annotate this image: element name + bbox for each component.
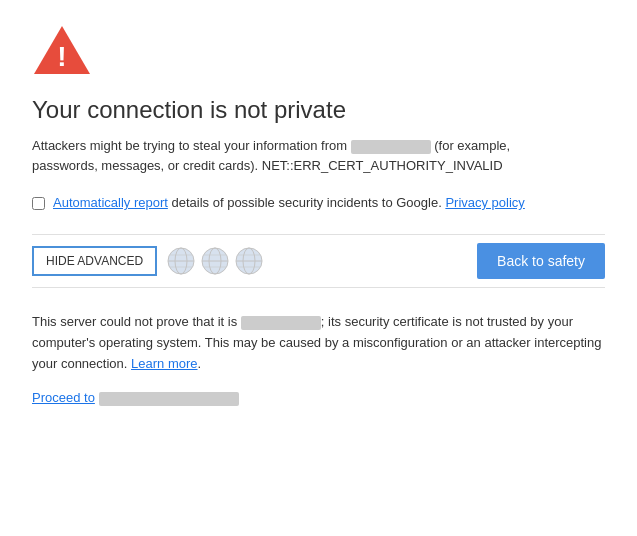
auto-report-link[interactable]: Automatically report — [53, 195, 168, 210]
left-buttons: HIDE ADVANCED — [32, 245, 265, 277]
domain-redacted — [351, 140, 431, 154]
warning-icon-container: ! — [32, 24, 605, 80]
checkbox-label: Automatically report details of possible… — [53, 195, 525, 210]
globe-icons-decoration — [165, 245, 265, 277]
description-line1-end: (for example, — [431, 138, 510, 153]
warning-icon: ! — [32, 24, 92, 76]
learn-more-link[interactable]: Learn more — [131, 356, 197, 371]
back-to-safety-button[interactable]: Back to safety — [477, 243, 605, 279]
buttons-row: HIDE ADVANCED — [32, 234, 605, 288]
checkbox-row: Automatically report details of possible… — [32, 195, 605, 210]
globe-icon-2 — [199, 245, 231, 277]
advanced-section-text: This server could not prove that it is ;… — [32, 312, 605, 374]
domain-redacted-2 — [241, 316, 321, 330]
proceed-domain-redacted — [99, 392, 239, 406]
globe-icon-3 — [233, 245, 265, 277]
globe-icon-1 — [165, 245, 197, 277]
advanced-text-start: This server could not prove that it is — [32, 314, 241, 329]
checkbox-middle-text: details of possible security incidents t… — [168, 195, 442, 210]
proceed-row: Proceed to — [32, 390, 605, 406]
description-line1-start: Attackers might be trying to steal your … — [32, 138, 351, 153]
description-text: Attackers might be trying to steal your … — [32, 136, 605, 175]
auto-report-checkbox[interactable] — [32, 197, 45, 210]
privacy-policy-link[interactable]: Privacy policy — [445, 195, 524, 210]
proceed-label: Proceed to — [32, 390, 95, 405]
page-title: Your connection is not private — [32, 96, 605, 124]
page-container: ! Your connection is not private Attacke… — [0, 0, 637, 430]
svg-text:!: ! — [57, 41, 66, 72]
hide-advanced-button[interactable]: HIDE ADVANCED — [32, 246, 157, 276]
description-line2: passwords, messages, or credit cards). N… — [32, 158, 503, 173]
proceed-link[interactable]: Proceed to — [32, 390, 95, 405]
